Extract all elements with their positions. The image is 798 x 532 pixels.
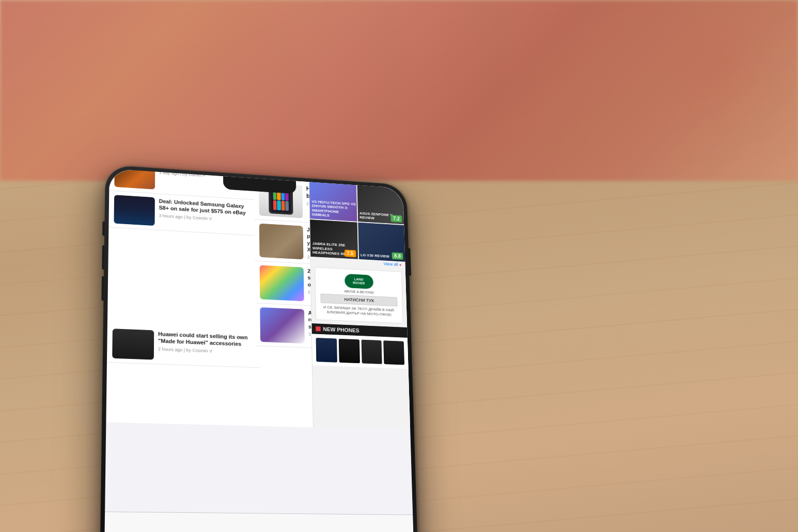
ad-logo: LAND ROVER — [320, 272, 397, 290]
safari-toolbar — [104, 511, 415, 532]
article-thumbnail — [260, 307, 305, 343]
toolbar-buttons — [104, 512, 414, 532]
article-info: Huawei could start selling its own "Made… — [158, 331, 256, 355]
review-item[interactable]: JABRA ELITE 25E WIRELESS HEADPHONES REVI… — [310, 220, 357, 259]
new-phones-label: NEW PHONES — [323, 326, 359, 333]
article-meta: 2 hours ago | by Cosmin V — [158, 347, 256, 355]
left-column: military-grade drop protection 1 day ago… — [106, 168, 261, 426]
right-sidebar: VS FEIYU-TECH SPG VS ZHIYUN SMOOTH 3: SM… — [309, 182, 410, 430]
iphone-device: military-grade drop protection 1 day ago… — [100, 165, 418, 532]
phone-thumbnail — [383, 340, 404, 365]
ad-button[interactable]: НАТИСНИ ТУК — [320, 293, 397, 306]
news-feed: military-grade drop protection 1 day ago… — [106, 168, 410, 430]
phone-thumbnail — [361, 339, 382, 364]
screen-content: military-grade drop protection 1 day ago… — [104, 168, 415, 532]
review-item[interactable]: VS FEIYU-TECH SPG VS ZHIYUN SMOOTH 3: SM… — [309, 182, 357, 221]
ad-description: И СЕ ЗАПИШИ ЗА ТЕСТ-ДРАЙВ В НАЙ-БЛИЗКИЯ … — [321, 305, 398, 318]
phone-thumbnail — [316, 338, 337, 363]
review-score: 8.8 — [392, 252, 403, 260]
iphone-screen: military-grade drop protection 1 day ago… — [104, 168, 415, 532]
article-thumbnail — [259, 224, 304, 260]
browser-area[interactable]: military-grade drop protection 1 day ago… — [106, 168, 410, 430]
article-thumbnail — [260, 265, 304, 301]
review-score: 7.5 — [345, 249, 356, 257]
review-item[interactable]: LG V30 REVIEW 8.8 — [358, 223, 405, 262]
new-phones-icon — [316, 326, 321, 332]
article-title: Huawei could start selling its own "Made… — [158, 331, 255, 348]
article-thumbnail — [114, 168, 155, 189]
article-thumbnail — [114, 195, 154, 226]
background-top — [0, 0, 798, 181]
advertisement: LAND ROVER ABOVE & BEYOND НАТИСНИ ТУК И … — [315, 267, 403, 323]
article-info: Deal: Unlocked Samsung Galaxy S8+ on sal… — [159, 198, 254, 224]
article-thumbnail — [112, 328, 154, 359]
phone-thumbnail — [339, 339, 360, 364]
review-score: 7.2 — [390, 215, 402, 222]
review-grid: VS FEIYU-TECH SPG VS ZHIYUN SMOOTH 3: SM… — [309, 182, 405, 261]
review-title: LG V30 REVIEW — [361, 253, 389, 259]
review-item[interactable]: ASUS ZENFONE V REVIEW 7.2 — [357, 185, 404, 224]
list-item[interactable]: Huawei could start selling its own "Made… — [107, 324, 260, 368]
landrover-logo: LAND ROVER — [345, 274, 373, 289]
phones-preview[interactable] — [312, 334, 409, 369]
review-title: VS FEIYU-TECH SPG VS ZHIYUN SMOOTH 3: SM… — [311, 199, 357, 220]
